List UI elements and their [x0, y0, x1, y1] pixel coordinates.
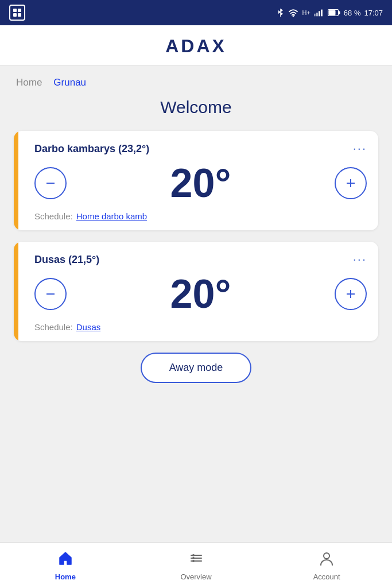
temp-dusas: 20° [170, 274, 231, 314]
card-inner-dusas: Dusas (21,5°) ··· 20° Schedule: Dusas [25, 252, 367, 332]
app-logo: ADAX [0, 36, 392, 57]
svg-rect-3 [18, 13, 21, 17]
card-inner-darbo: Darbo kambarys (23,2°) ··· 20° Schedule:… [25, 141, 367, 221]
schedule-label-darbo: Schedule: [34, 211, 73, 221]
app-header: ADAX [0, 25, 392, 65]
card-header-dusas: Dusas (21,5°) ··· [34, 252, 367, 267]
svg-rect-12 [328, 10, 335, 16]
card-controls-darbo: 20° [34, 163, 367, 203]
battery-icon [328, 9, 340, 16]
svg-rect-11 [338, 11, 340, 14]
home-icon [57, 550, 73, 570]
svg-point-23 [192, 557, 195, 559]
nav-label-home: Home [55, 572, 76, 581]
battery-percent: 68 % [344, 9, 361, 17]
card-controls-dusas: 20° [34, 274, 367, 314]
breadcrumb-home[interactable]: Home [16, 77, 42, 88]
svg-point-5 [293, 16, 294, 17]
card-title-dusas: Dusas (21,5°) [34, 254, 99, 266]
network-type: H+ [302, 9, 310, 16]
time-display: 17:07 [364, 9, 383, 17]
svg-rect-7 [316, 13, 318, 16]
card-title-darbo: Darbo kambarys (23,2°) [34, 143, 149, 155]
temp-darbo: 20° [170, 163, 231, 203]
breadcrumb-current: Grunau [53, 77, 86, 88]
main-content: Home Grunau Welcome Darbo kambarys (23,2… [0, 65, 392, 588]
account-icon [319, 550, 335, 570]
decrease-btn-dusas[interactable] [34, 278, 67, 310]
nav-item-overview[interactable]: Overview [131, 543, 262, 588]
status-bar-right: H+ 68 % 17:07 [277, 7, 383, 18]
nav-item-home[interactable]: Home [0, 543, 131, 588]
schedule-link-dusas[interactable]: Dusas [76, 322, 101, 332]
card-menu-darbo[interactable]: ··· [353, 141, 367, 156]
bluetooth-icon [277, 7, 285, 18]
increase-btn-dusas[interactable] [335, 278, 367, 310]
away-mode-wrapper: Away mode [14, 353, 378, 383]
nav-label-overview: Overview [180, 572, 211, 581]
overview-icon [188, 550, 204, 570]
nav-item-account[interactable]: Account [261, 543, 392, 588]
card-schedule-dusas: Schedule: Dusas [34, 322, 367, 332]
card-accent-dusas [14, 242, 18, 341]
increase-btn-darbo[interactable] [335, 167, 367, 199]
bb-icon [9, 5, 25, 21]
svg-rect-6 [314, 14, 316, 17]
schedule-link-darbo[interactable]: Home darbo kamb [76, 211, 147, 221]
svg-rect-1 [18, 9, 21, 12]
svg-rect-9 [321, 10, 323, 17]
svg-point-25 [324, 553, 329, 559]
card-menu-dusas[interactable]: ··· [353, 252, 367, 267]
welcome-title: Welcome [14, 98, 378, 117]
breadcrumb: Home Grunau [14, 77, 378, 88]
svg-rect-0 [13, 9, 17, 12]
decrease-btn-darbo[interactable] [34, 167, 67, 199]
card-header-darbo: Darbo kambarys (23,2°) ··· [34, 141, 367, 156]
signal-icon [314, 9, 324, 17]
device-card-dusas: Dusas (21,5°) ··· 20° Schedule: Dusas [14, 242, 378, 341]
svg-point-22 [192, 554, 195, 556]
status-bar: H+ 68 % 17:07 [0, 0, 392, 25]
device-card-darbo: Darbo kambarys (23,2°) ··· 20° Schedule:… [14, 131, 378, 230]
svg-point-24 [192, 560, 195, 562]
svg-rect-2 [13, 13, 17, 17]
wifi-icon [288, 9, 298, 17]
away-mode-button[interactable]: Away mode [141, 353, 252, 383]
svg-rect-8 [319, 11, 320, 16]
schedule-label-dusas: Schedule: [34, 322, 73, 332]
card-schedule-darbo: Schedule: Home darbo kamb [34, 211, 367, 221]
status-bar-left [9, 5, 25, 21]
bottom-nav: Home Overview Account [0, 542, 392, 588]
card-accent-darbo [14, 131, 18, 230]
nav-label-account: Account [313, 572, 340, 581]
